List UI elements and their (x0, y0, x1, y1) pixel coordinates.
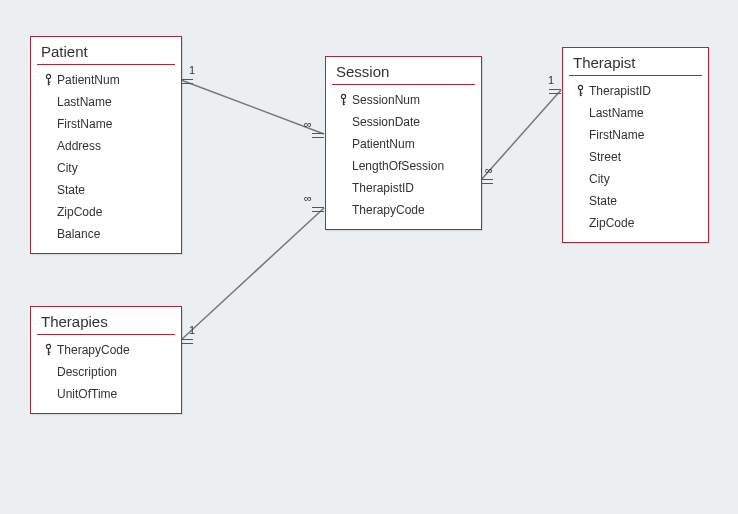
field-name: PatientNum (352, 135, 415, 153)
endpoint-tick (312, 133, 324, 138)
field-row[interactable]: State (563, 190, 708, 212)
entity-fields: TherapyCodeDescriptionUnitOfTime (31, 335, 181, 413)
field-name: TherapyCode (57, 341, 130, 359)
primary-key-icon (334, 93, 352, 107)
svg-point-12 (46, 344, 50, 348)
field-row[interactable]: SessionNum (326, 89, 481, 111)
field-name: ZipCode (57, 203, 102, 221)
endpoint-tick (312, 207, 324, 212)
field-name: TherapyCode (352, 201, 425, 219)
endpoint-tick (181, 79, 193, 84)
field-row[interactable]: Address (31, 135, 181, 157)
field-row[interactable]: City (31, 157, 181, 179)
svg-rect-15 (47, 354, 49, 355)
primary-key-icon (39, 343, 57, 357)
field-name: SessionDate (352, 113, 420, 131)
entity-title: Therapies (31, 307, 181, 334)
field-row[interactable]: FirstName (31, 113, 181, 135)
entity-therapies[interactable]: TherapiesTherapyCodeDescriptionUnitOfTim… (30, 306, 182, 414)
entity-title: Patient (31, 37, 181, 64)
field-row[interactable]: SessionDate (326, 111, 481, 133)
field-row[interactable]: Street (563, 146, 708, 168)
svg-rect-2 (47, 82, 50, 83)
field-row[interactable]: ZipCode (31, 201, 181, 223)
endpoint-tick (549, 89, 561, 94)
field-name: UnitOfTime (57, 385, 117, 403)
svg-point-0 (46, 74, 50, 78)
field-name: State (589, 192, 617, 210)
entity-fields: PatientNumLastNameFirstNameAddressCitySt… (31, 65, 181, 253)
field-name: City (589, 170, 610, 188)
cardinality-many: ∞ (304, 192, 312, 204)
field-row[interactable]: TherapistID (563, 80, 708, 102)
field-row[interactable]: TherapistID (326, 177, 481, 199)
field-row[interactable]: TherapyCode (326, 199, 481, 221)
svg-rect-10 (579, 93, 582, 94)
field-row[interactable]: FirstName (563, 124, 708, 146)
field-name: Street (589, 148, 621, 166)
field-name: TherapistID (589, 82, 651, 100)
cardinality-one: 1 (548, 74, 554, 86)
cardinality-one: 1 (189, 324, 195, 336)
field-row[interactable]: PatientNum (31, 69, 181, 91)
field-name: City (57, 159, 78, 177)
entity-patient[interactable]: PatientPatientNumLastNameFirstNameAddres… (30, 36, 182, 254)
field-name: SessionNum (352, 91, 420, 109)
entity-session[interactable]: SessionSessionNumSessionDatePatientNumLe… (325, 56, 482, 230)
field-row[interactable]: State (31, 179, 181, 201)
field-name: State (57, 181, 85, 199)
field-row[interactable]: TherapyCode (31, 339, 181, 361)
field-name: ZipCode (589, 214, 634, 232)
field-row[interactable]: LastName (31, 91, 181, 113)
entity-title: Session (326, 57, 481, 84)
cardinality-many: ∞ (485, 164, 493, 176)
er-diagram-canvas: PatientPatientNumLastNameFirstNameAddres… (0, 0, 738, 514)
svg-rect-6 (342, 102, 345, 103)
field-name: TherapistID (352, 179, 414, 197)
endpoint-tick (181, 339, 193, 344)
entity-title: Therapist (563, 48, 708, 75)
svg-point-8 (578, 85, 582, 89)
field-name: PatientNum (57, 71, 120, 89)
field-name: Balance (57, 225, 100, 243)
field-row[interactable]: PatientNum (326, 133, 481, 155)
field-row[interactable]: Balance (31, 223, 181, 245)
relationship-line[interactable] (181, 80, 324, 134)
primary-key-icon (39, 73, 57, 87)
svg-point-4 (341, 94, 345, 98)
cardinality-many: ∞ (304, 118, 312, 130)
svg-rect-14 (47, 352, 50, 353)
endpoint-tick (481, 179, 493, 184)
field-name: FirstName (57, 115, 112, 133)
entity-fields: TherapistIDLastNameFirstNameStreetCitySt… (563, 76, 708, 242)
relationship-line[interactable] (481, 90, 561, 180)
field-name: LastName (589, 104, 644, 122)
field-row[interactable]: UnitOfTime (31, 383, 181, 405)
primary-key-icon (571, 84, 589, 98)
field-row[interactable]: Description (31, 361, 181, 383)
field-name: FirstName (589, 126, 644, 144)
entity-therapist[interactable]: TherapistTherapistIDLastNameFirstNameStr… (562, 47, 709, 243)
field-name: Address (57, 137, 101, 155)
field-name: LengthOfSession (352, 157, 444, 175)
svg-rect-7 (342, 104, 344, 105)
field-row[interactable]: City (563, 168, 708, 190)
svg-rect-3 (47, 84, 49, 85)
field-row[interactable]: LengthOfSession (326, 155, 481, 177)
field-row[interactable]: ZipCode (563, 212, 708, 234)
field-name: LastName (57, 93, 112, 111)
field-name: Description (57, 363, 117, 381)
cardinality-one: 1 (189, 64, 195, 76)
svg-rect-11 (579, 95, 581, 96)
entity-fields: SessionNumSessionDatePatientNumLengthOfS… (326, 85, 481, 229)
relationship-line[interactable] (181, 208, 324, 340)
field-row[interactable]: LastName (563, 102, 708, 124)
